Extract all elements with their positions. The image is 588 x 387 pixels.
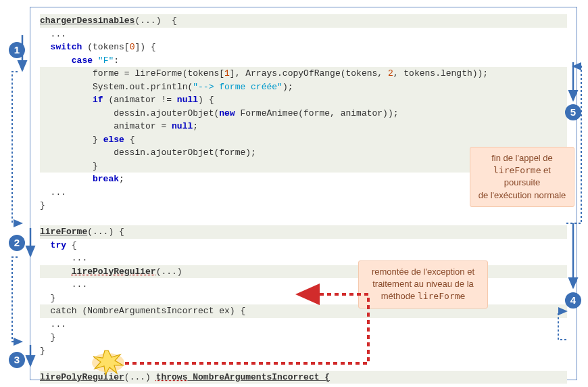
- badge-2: 2: [9, 235, 25, 251]
- method-chargerDessinables: chargerDessinables: [40, 16, 134, 26]
- method-lirePolyRegulier: lirePolyRegulier: [40, 372, 124, 382]
- method-lireForme: lireForme: [40, 227, 87, 237]
- badge-1: 1: [9, 42, 25, 58]
- badge-5: 5: [565, 104, 581, 120]
- note-return: fin de l'appel de lireForme et poursuite…: [470, 147, 574, 207]
- note-exception: remontée de l'exception et traitement au…: [358, 260, 488, 309]
- badge-3: 3: [9, 352, 25, 368]
- badge-4: 4: [565, 292, 581, 309]
